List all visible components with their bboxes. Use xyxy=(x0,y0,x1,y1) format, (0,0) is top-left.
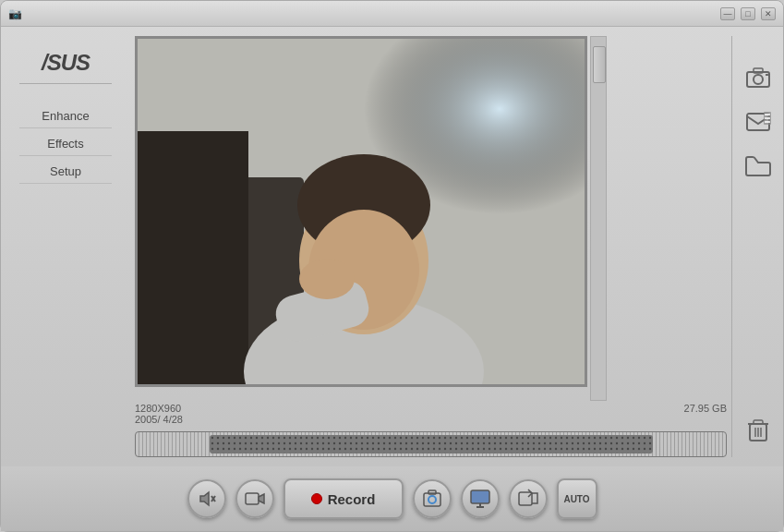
svg-rect-20 xyxy=(765,117,770,119)
video-resolution: 1280X960 2005/ 4/28 xyxy=(135,403,183,425)
svg-rect-28 xyxy=(246,493,259,504)
asus-logo: /SUS xyxy=(19,50,112,84)
camera-capture-button[interactable] xyxy=(742,64,775,91)
svg-point-14 xyxy=(754,75,763,84)
minimize-button[interactable]: — xyxy=(720,7,735,20)
folder-icon xyxy=(744,155,772,177)
svg-rect-21 xyxy=(765,121,770,123)
mute-button[interactable] xyxy=(187,479,226,518)
speaker-grill-svg xyxy=(210,435,653,453)
video-info: 1280X960 2005/ 4/28 27.95 GB xyxy=(135,401,727,427)
video-svg xyxy=(138,39,585,384)
snapshot-button[interactable] xyxy=(413,479,452,518)
sidebar-item-setup[interactable]: Setup xyxy=(19,160,112,184)
resolution-text: 1280X960 xyxy=(135,403,181,414)
maximize-button[interactable]: □ xyxy=(741,7,755,20)
share-icon xyxy=(518,489,538,509)
video-camera-button[interactable] xyxy=(235,479,274,518)
svg-point-30 xyxy=(428,496,436,503)
camera-icon xyxy=(745,66,771,89)
right-icons-top xyxy=(742,64,775,180)
email-icon xyxy=(745,112,771,132)
svg-rect-32 xyxy=(471,490,489,503)
screen-icon xyxy=(470,490,490,508)
sidebar-item-enhance[interactable]: Enhance xyxy=(19,104,112,128)
date-text: 2005/ 4/28 xyxy=(135,414,183,425)
mute-icon xyxy=(198,490,216,508)
main-content: /SUS Enhance Effects Setup xyxy=(1,27,783,466)
record-indicator xyxy=(311,493,322,504)
center-area: 1280X960 2005/ 4/28 27.95 GB xyxy=(130,27,731,466)
title-bar: 📷 — □ ✕ xyxy=(1,1,783,27)
scrollbar[interactable] xyxy=(590,36,607,401)
trash-icon xyxy=(746,417,770,442)
trash-button[interactable] xyxy=(742,416,775,443)
video-container xyxy=(135,36,727,401)
share-button[interactable] xyxy=(509,479,548,518)
video-frame xyxy=(135,36,587,387)
svg-point-9 xyxy=(299,259,355,299)
scrollbar-thumb[interactable] xyxy=(593,46,606,83)
record-label: Record xyxy=(328,491,376,507)
record-button[interactable]: Record xyxy=(283,478,404,519)
left-sidebar: /SUS Enhance Effects Setup xyxy=(1,27,130,466)
sidebar-item-effects[interactable]: Effects xyxy=(19,132,112,156)
window-controls: — □ ✕ xyxy=(720,7,776,20)
screen-button[interactable] xyxy=(461,479,500,518)
svg-rect-19 xyxy=(765,114,770,115)
bottom-toolbar: Record xyxy=(1,466,783,531)
main-window: 📷 — □ ✕ /SUS Enhance Effects Setup xyxy=(0,0,784,532)
auto-label: AUTO xyxy=(563,494,589,504)
svg-rect-3 xyxy=(138,131,248,384)
status-bar xyxy=(135,431,727,457)
right-sidebar xyxy=(732,27,783,466)
folder-button[interactable] xyxy=(742,152,775,180)
snapshot-icon xyxy=(422,489,442,509)
svg-rect-31 xyxy=(428,490,436,494)
video-content xyxy=(138,39,585,384)
email-button[interactable] xyxy=(742,108,775,136)
svg-rect-16 xyxy=(766,74,768,76)
logo-text: /SUS xyxy=(42,50,90,76)
auto-button[interactable]: AUTO xyxy=(557,478,597,519)
storage-text: 27.95 GB xyxy=(684,403,727,425)
svg-rect-12 xyxy=(210,435,653,453)
video-camera-icon xyxy=(245,490,265,507)
close-button[interactable]: ✕ xyxy=(761,7,776,20)
title-icon: 📷 xyxy=(8,7,22,20)
svg-rect-15 xyxy=(754,68,763,73)
